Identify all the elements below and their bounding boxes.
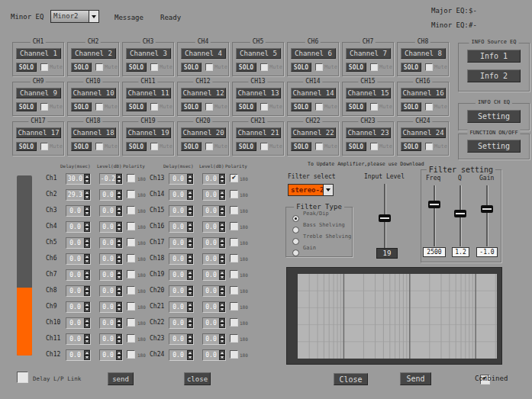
filter-select[interactable]: stereo-2 bbox=[288, 184, 334, 196]
mute-checkbox[interactable] bbox=[95, 103, 103, 111]
level-value[interactable]: 0.0 bbox=[203, 174, 219, 184]
mute-checkbox[interactable] bbox=[425, 103, 433, 111]
delay-value[interactable]: 0.0 bbox=[169, 334, 187, 344]
mute-checkbox[interactable] bbox=[150, 103, 158, 111]
level-spinner[interactable]: 0.0 bbox=[202, 301, 226, 313]
mute-checkbox[interactable] bbox=[370, 143, 378, 150]
solo-button[interactable]: SOLO bbox=[16, 63, 37, 72]
gain-slider-handle[interactable] bbox=[481, 205, 493, 213]
spin-down-icon[interactable] bbox=[187, 243, 193, 249]
freq-slider-track[interactable] bbox=[434, 185, 436, 246]
delay-spinner[interactable]: 0.0 bbox=[169, 237, 194, 249]
polarity-checkbox[interactable] bbox=[230, 302, 238, 311]
delay-spinner[interactable]: 0.0 bbox=[169, 349, 194, 361]
solo-button[interactable]: SOLO bbox=[126, 102, 147, 111]
level-spinner[interactable]: 0.0 bbox=[202, 285, 226, 297]
mute-checkbox[interactable] bbox=[150, 63, 158, 71]
spin-down-icon[interactable] bbox=[219, 195, 225, 201]
level-value[interactable]: 0.0 bbox=[203, 238, 219, 248]
mute-checkbox[interactable] bbox=[315, 103, 323, 111]
gain-slider-track[interactable] bbox=[486, 185, 488, 246]
send-small-button[interactable]: send bbox=[108, 372, 134, 385]
channel-button[interactable]: Channel 14 bbox=[291, 88, 336, 98]
level-spinner[interactable]: 0.0 bbox=[202, 333, 226, 345]
level-spinner[interactable]: 0.0 bbox=[202, 221, 226, 233]
delay-value[interactable]: 0.0 bbox=[169, 190, 187, 200]
level-spinner[interactable]: 0.0 bbox=[202, 317, 226, 329]
level-value[interactable]: 0.0 bbox=[203, 302, 219, 312]
channel-button[interactable]: Channel 22 bbox=[291, 127, 336, 138]
polarity-checkbox[interactable] bbox=[230, 206, 238, 214]
spin-down-icon[interactable] bbox=[219, 339, 225, 345]
q-slider-handle[interactable] bbox=[454, 210, 466, 217]
delay-spinner[interactable]: 0.0 bbox=[169, 253, 194, 265]
mute-checkbox[interactable] bbox=[315, 63, 323, 71]
mute-checkbox[interactable] bbox=[260, 103, 268, 111]
level-spinner[interactable]: 0.0 bbox=[202, 173, 226, 185]
level-spinner[interactable]: 0.0 bbox=[202, 269, 226, 281]
delay-spinner[interactable]: 0.0 bbox=[169, 333, 194, 345]
channel-button[interactable]: Channel 5 bbox=[236, 48, 281, 59]
solo-button[interactable]: SOLO bbox=[181, 63, 202, 72]
mute-checkbox[interactable] bbox=[205, 63, 213, 71]
solo-button[interactable]: SOLO bbox=[126, 63, 147, 72]
solo-button[interactable]: SOLO bbox=[291, 102, 311, 111]
delay-value[interactable]: 0.0 bbox=[169, 254, 187, 264]
close-small-button[interactable]: close bbox=[184, 372, 211, 385]
delay-spinner[interactable]: 0.0 bbox=[169, 173, 194, 185]
channel-button[interactable]: Channel 15 bbox=[346, 88, 391, 98]
delay-spinner[interactable]: 0.0 bbox=[169, 221, 194, 233]
spin-down-icon[interactable] bbox=[187, 211, 193, 217]
channel-button[interactable]: Channel 8 bbox=[401, 48, 446, 59]
delay-spinner[interactable]: 0.0 bbox=[169, 317, 194, 329]
spin-down-icon[interactable] bbox=[187, 259, 193, 265]
solo-button[interactable]: SOLO bbox=[291, 142, 311, 151]
delay-spinner[interactable]: 0.0 bbox=[169, 285, 194, 297]
gain-value[interactable]: -1.0 bbox=[476, 247, 498, 257]
level-value[interactable]: 0.0 bbox=[203, 254, 219, 264]
channel-button[interactable]: Channel 12 bbox=[181, 88, 226, 98]
level-value[interactable]: 0.0 bbox=[203, 222, 219, 232]
input-level-slider-handle[interactable] bbox=[379, 214, 391, 222]
delay-value[interactable]: 0.0 bbox=[169, 270, 187, 280]
level-spinner[interactable]: 0.0 bbox=[202, 349, 226, 361]
spin-down-icon[interactable] bbox=[219, 323, 225, 329]
delay-value[interactable]: 0.0 bbox=[169, 206, 187, 216]
minor-eq-dropdown-button[interactable] bbox=[89, 11, 98, 22]
channel-button[interactable]: Channel 18 bbox=[71, 127, 116, 138]
polarity-checkbox[interactable] bbox=[230, 222, 238, 230]
freq-slider-handle[interactable] bbox=[428, 201, 440, 208]
delay-value[interactable]: 0.0 bbox=[169, 286, 187, 296]
level-spinner[interactable]: 0.0 bbox=[202, 205, 226, 217]
minor-eq-select-value[interactable]: Minor2 bbox=[51, 11, 89, 22]
spin-down-icon[interactable] bbox=[219, 179, 225, 185]
solo-button[interactable]: SOLO bbox=[346, 142, 366, 151]
delay-spinner[interactable]: 0.0 bbox=[169, 189, 194, 201]
spin-down-icon[interactable] bbox=[187, 195, 193, 201]
channel-button[interactable]: Channel 2 bbox=[71, 48, 116, 59]
solo-button[interactable]: SOLO bbox=[236, 142, 256, 151]
spin-down-icon[interactable] bbox=[187, 275, 193, 281]
filter-select-value[interactable]: stereo-2 bbox=[289, 185, 323, 195]
channel-button[interactable]: Channel 23 bbox=[346, 127, 391, 138]
delay-spinner[interactable]: 0.0 bbox=[169, 269, 194, 281]
polarity-checkbox[interactable] bbox=[230, 318, 238, 327]
channel-button[interactable]: Channel 1 bbox=[16, 48, 61, 59]
channel-button[interactable]: Channel 4 bbox=[181, 48, 226, 59]
level-spinner[interactable]: 0.0 bbox=[202, 253, 226, 265]
mute-checkbox[interactable] bbox=[40, 103, 48, 111]
info-1-button[interactable]: Info 1 bbox=[467, 50, 521, 63]
level-value[interactable]: 0.0 bbox=[203, 318, 219, 328]
solo-button[interactable]: SOLO bbox=[401, 63, 421, 72]
spin-down-icon[interactable] bbox=[219, 275, 225, 281]
polarity-checkbox[interactable] bbox=[230, 270, 238, 278]
level-value[interactable]: 0.0 bbox=[203, 206, 219, 216]
level-value[interactable]: 0.0 bbox=[203, 190, 219, 200]
polarity-checkbox[interactable] bbox=[230, 286, 238, 294]
send-button[interactable]: Send bbox=[400, 372, 431, 385]
polarity-checkbox[interactable] bbox=[230, 174, 238, 182]
mute-checkbox[interactable] bbox=[40, 63, 48, 71]
mute-checkbox[interactable] bbox=[95, 143, 103, 150]
mute-checkbox[interactable] bbox=[425, 143, 433, 150]
spin-down-icon[interactable] bbox=[219, 259, 225, 265]
